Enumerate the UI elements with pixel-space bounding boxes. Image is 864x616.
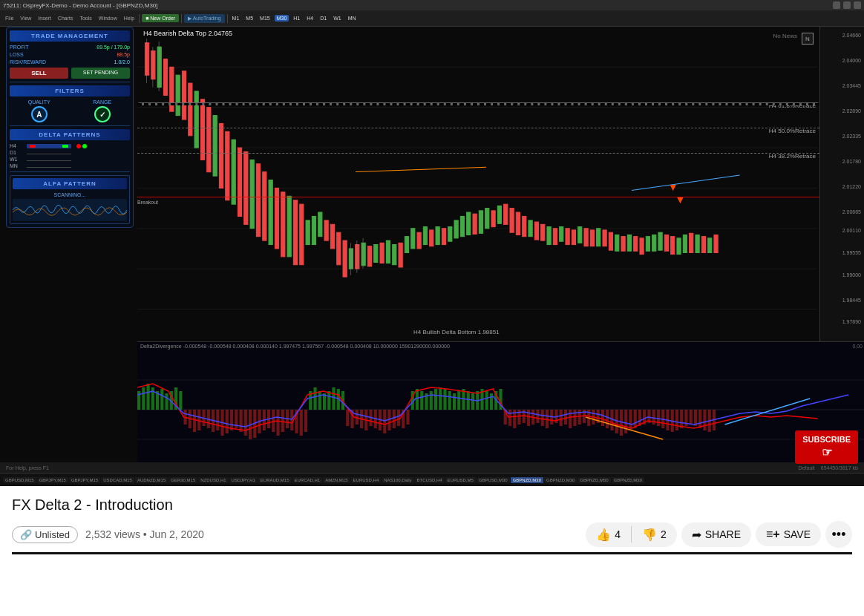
like-button[interactable]: 👍 4 xyxy=(586,522,631,547)
svg-rect-18 xyxy=(213,116,217,177)
rr-row: RISK/REWARD 1.0/2.0 xyxy=(10,59,130,65)
svg-rect-39 xyxy=(343,240,347,277)
unlisted-label: Unlisted xyxy=(35,529,70,540)
tab-euraud-m15[interactable]: EURAUD,M15 xyxy=(258,477,292,483)
svg-rect-58 xyxy=(460,216,464,236)
trade-management-title: TRADE MANAGEMENT xyxy=(10,30,130,42)
tab-ger30-m15[interactable]: GER30,M15 xyxy=(168,477,197,483)
svg-rect-180 xyxy=(467,391,470,410)
svg-rect-57 xyxy=(454,220,458,238)
tf-mn[interactable]: MN xyxy=(346,15,359,22)
scanning-text: SCANNING... xyxy=(13,192,127,197)
subscribe-button[interactable]: SUBSCRIBE ☞ xyxy=(795,430,858,464)
tf-m5[interactable]: M5 xyxy=(243,15,255,22)
minimize-btn[interactable] xyxy=(833,1,840,9)
more-options-button[interactable]: ••• xyxy=(825,521,852,548)
svg-rect-68 xyxy=(523,216,526,236)
mn-line xyxy=(27,167,71,168)
tab-gbpnzd-m30-active[interactable]: GBPNZD,M30 xyxy=(511,477,543,483)
tab-amzn-m15[interactable]: AMZN,M15 xyxy=(323,477,350,483)
tab-audnzd-m15[interactable]: AUDNZD,M15 xyxy=(135,477,168,483)
svg-rect-175 xyxy=(443,389,446,410)
view-menu[interactable]: View xyxy=(18,15,33,22)
tab-gbpnzd-m30-2[interactable]: GBPNZD,M30 xyxy=(544,477,577,483)
save-button[interactable]: ≡+ SAVE xyxy=(756,522,821,546)
tf-m30[interactable]: M30 xyxy=(275,15,289,22)
autotrading-btn[interactable]: ▶ AutoTrading xyxy=(184,14,224,23)
svg-rect-231 xyxy=(703,410,706,430)
tab-usdcad-m15[interactable]: USDCAD,M15 xyxy=(101,477,134,483)
svg-rect-53 xyxy=(430,230,433,246)
svg-rect-48 xyxy=(399,243,402,267)
svg-rect-86 xyxy=(634,237,638,252)
svg-rect-8 xyxy=(151,51,155,79)
svg-rect-76 xyxy=(572,230,575,245)
tab-gbpjpy-m15-2[interactable]: GBPJPY,M15 xyxy=(69,477,100,483)
rr-label: RISK/REWARD xyxy=(10,59,46,65)
tf-h1[interactable]: H1 xyxy=(291,15,302,22)
file-menu[interactable]: File xyxy=(3,15,16,22)
svg-rect-150 xyxy=(327,391,330,410)
tab-eurcad-h1[interactable]: EURCAD,H1 xyxy=(292,477,323,483)
svg-rect-50 xyxy=(411,229,415,249)
h4-dot-red xyxy=(76,144,81,148)
tab-btcusd-h4[interactable]: BTCUSD,H4 xyxy=(415,477,445,483)
dislike-button[interactable]: 👎 2 xyxy=(632,522,677,547)
svg-rect-35 xyxy=(318,212,322,237)
svg-rect-89 xyxy=(652,235,656,251)
price-label-3: 2.03445 xyxy=(842,83,861,88)
window-controls xyxy=(833,1,861,9)
svg-rect-115 xyxy=(165,393,168,410)
svg-rect-197 xyxy=(546,410,549,428)
svg-rect-221 xyxy=(657,410,660,426)
svg-rect-214 xyxy=(624,410,627,433)
charts-menu[interactable]: Charts xyxy=(56,15,76,22)
insert-menu[interactable]: Insert xyxy=(36,15,53,22)
window-menu[interactable]: Window xyxy=(96,15,120,22)
w1-line xyxy=(27,160,71,161)
filters-row: QUALITY A RANGE ✓ xyxy=(10,99,130,122)
maximize-btn[interactable] xyxy=(843,1,851,9)
tf-m15[interactable]: M15 xyxy=(258,15,272,22)
svg-rect-128 xyxy=(226,410,229,433)
new-order-btn[interactable]: ■ New Order xyxy=(142,14,179,22)
set-pending-button[interactable]: SET PENDING xyxy=(71,68,130,79)
unlisted-badge[interactable]: 🔗 Unlisted xyxy=(12,526,78,543)
tab-usdjpy-h1[interactable]: USDJPY,H1 xyxy=(229,477,258,483)
help-menu[interactable]: Help xyxy=(122,15,137,22)
main-chart[interactable]: H4 Bearish Delta Top 2.04765 No News N H… xyxy=(137,27,864,341)
tf-d1[interactable]: D1 xyxy=(318,15,329,22)
tab-gbpnzd-m50[interactable]: GBPNZD,M50 xyxy=(577,477,610,483)
svg-rect-64 xyxy=(497,206,501,223)
tab-eurusd-m5[interactable]: EURUSD,M5 xyxy=(445,477,476,483)
svg-rect-162 xyxy=(383,410,386,433)
tf-m1[interactable]: M1 xyxy=(230,15,242,22)
range-filter: RANGE ✓ xyxy=(93,99,111,122)
help-text: For Help, press F1 xyxy=(6,465,49,471)
d1-line xyxy=(27,154,71,154)
range-circle[interactable]: ✓ xyxy=(94,106,111,122)
quality-circle[interactable]: A xyxy=(31,106,48,122)
tab-gbpusd-m30[interactable]: GBPUSD,M30 xyxy=(477,477,510,483)
price-label-9: 2.00110 xyxy=(842,228,861,233)
trade-buttons: SELL SET PENDING xyxy=(10,68,130,79)
news-badge[interactable]: N xyxy=(802,33,814,45)
share-button[interactable]: ➦ SHARE xyxy=(681,522,751,547)
video-player[interactable]: 75211: OspreyFX-Demo - Demo Account - [G… xyxy=(0,0,864,486)
platform-title: 75211: OspreyFX-Demo - Demo Account - [G… xyxy=(3,2,158,9)
tab-nas100-daily[interactable]: NAS100,Daily xyxy=(382,477,413,483)
tf-w1[interactable]: W1 xyxy=(331,15,344,22)
alfa-pattern-section: ALFA PATTERN SCANNING... xyxy=(10,175,130,224)
svg-rect-34 xyxy=(312,216,315,244)
close-btn[interactable] xyxy=(854,1,861,9)
tab-eurusd-h4[interactable]: EURUSD,H4 xyxy=(351,477,382,483)
tab-gbpusd-m15[interactable]: GBPUSD,M15 xyxy=(3,477,36,483)
tab-nzdusd-h1[interactable]: NZDUSD,H1 xyxy=(198,477,228,483)
tf-h4[interactable]: H4 xyxy=(304,15,315,22)
svg-rect-80 xyxy=(597,229,600,246)
tab-gbpnzd-m30-3[interactable]: GBPNZD,M30 xyxy=(612,477,644,483)
tab-gbpjpy-m15[interactable]: GBPJPY,M15 xyxy=(37,477,68,483)
sell-button[interactable]: SELL xyxy=(10,68,68,79)
waveform-display xyxy=(13,199,127,221)
tools-menu[interactable]: Tools xyxy=(77,15,94,22)
